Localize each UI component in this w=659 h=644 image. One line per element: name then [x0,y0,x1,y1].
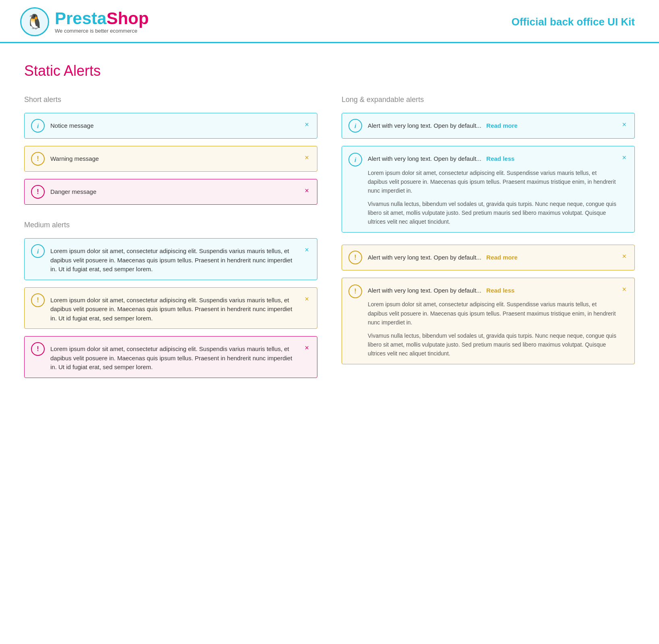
long-warning-expanded-content: Alert with very long text. Open by defau… [368,284,617,358]
long-warning-expanded-alert: ! Alert with very long text. Open by def… [342,278,635,364]
medium-alerts-section: Medium alerts i Lorem ipsum dolor sit am… [24,221,317,378]
medium-info-icon: i [31,244,45,258]
long-info-expanded-body: Lorem ipsum dolor sit amet, consectetur … [368,168,617,226]
long-alerts-heading: Long & expandable alerts [342,96,635,104]
danger-alert: ! Danger message × [24,179,317,205]
notice-icon: i [31,119,45,133]
logo-penguin-icon: 🐧 [26,13,44,30]
long-info-expanded-icon: i [348,153,362,166]
left-column: Short alerts i Notice message × ! Warnin… [24,96,317,385]
header-title: Official back office UI Kit [512,16,635,28]
medium-danger-icon: ! [31,342,45,356]
long-info-expanded-header: Alert with very long text. Open by defau… [368,154,617,164]
long-warning-expanded-header: Alert with very long text. Open by defau… [368,286,617,295]
medium-info-alert: i Lorem ipsum dolor sit amet, consectetu… [24,238,317,280]
main-content: Static Alerts Short alerts i Notice mess… [0,43,659,409]
medium-info-close-button[interactable]: × [300,244,311,256]
medium-warning-text: Lorem ipsum dolor sit amet, consectetur … [50,293,300,323]
long-warning-read-more-link[interactable]: Read more [486,254,518,261]
logo-area: 🐧 PrestaShop We commerce is better ecomm… [20,7,149,36]
medium-warning-close-button[interactable]: × [300,293,311,305]
logo-sub: We commerce is better ecommerce [55,28,149,34]
long-info-expanded-content: Alert with very long text. Open by defau… [368,152,617,226]
medium-danger-alert: ! Lorem ipsum dolor sit amet, consectetu… [24,336,317,378]
long-warning-expanded-p2: Vivamus nulla lectus, bibendum vel sodal… [368,331,617,358]
long-info-read-more-link[interactable]: Read more [486,122,518,129]
long-warning-read-less-link[interactable]: Read less [486,287,514,294]
page-title: Static Alerts [24,62,635,79]
long-warning-expanded-icon: ! [348,285,362,298]
medium-danger-text: Lorem ipsum dolor sit amet, consectetur … [50,342,300,372]
long-warning-expanded-close-button[interactable]: × [617,284,628,295]
long-warning-short-icon: ! [348,251,362,264]
long-info-short-content: Alert with very long text. Open by defau… [368,119,617,131]
long-info-expanded-text: Alert with very long text. Open by defau… [368,155,481,162]
logo-presta: Presta [55,9,106,28]
notice-alert: i Notice message × [24,113,317,139]
long-info-expanded-p2: Vivamus nulla lectus, bibendum vel sodal… [368,199,617,226]
long-warning-expanded-body: Lorem ipsum dolor sit amet, consectetur … [368,300,617,358]
warning-close-button[interactable]: × [300,152,311,164]
long-info-expanded-close-button[interactable]: × [617,152,628,164]
medium-warning-icon: ! [31,293,45,307]
right-column: Long & expandable alerts i Alert with ve… [342,96,635,385]
long-warning-expanded-p1: Lorem ipsum dolor sit amet, consectetur … [368,300,617,327]
header: 🐧 PrestaShop We commerce is better ecomm… [0,0,659,43]
medium-warning-alert: ! Lorem ipsum dolor sit amet, consectetu… [24,287,317,329]
columns-layout: Short alerts i Notice message × ! Warnin… [24,96,635,385]
long-info-expanded-alert: i Alert with very long text. Open by def… [342,146,635,233]
danger-message: Danger message [50,185,300,197]
long-warning-short-alert: ! Alert with very long text. Open by def… [342,245,635,270]
long-info-short-icon: i [348,119,362,133]
long-info-short-alert: i Alert with very long text. Open by def… [342,113,635,139]
long-warning-expanded-text: Alert with very long text. Open by defau… [368,287,481,294]
long-info-read-less-link[interactable]: Read less [486,155,514,162]
warning-message: Warning message [50,152,300,164]
logo-circle: 🐧 [20,7,49,36]
logo-main: PrestaShop [55,10,149,27]
long-info-expanded-p1: Lorem ipsum dolor sit amet, consectetur … [368,168,617,195]
medium-danger-close-button[interactable]: × [300,342,311,354]
danger-close-button[interactable]: × [300,185,311,197]
long-warning-short-content: Alert with very long text. Open by defau… [368,251,617,262]
logo-text: PrestaShop We commerce is better ecommer… [55,10,149,34]
long-info-short-text: Alert with very long text. Open by defau… [368,122,481,129]
danger-icon: ! [31,185,45,199]
notice-message: Notice message [50,119,300,131]
long-warning-short-close-button[interactable]: × [617,251,628,262]
long-info-short-close-button[interactable]: × [617,119,628,131]
medium-info-text: Lorem ipsum dolor sit amet, consectetur … [50,244,300,274]
medium-alerts-heading: Medium alerts [24,221,317,229]
logo-shop: Shop [106,9,149,28]
long-warning-short-text: Alert with very long text. Open by defau… [368,254,481,261]
warning-alert: ! Warning message × [24,146,317,172]
short-alerts-heading: Short alerts [24,96,317,104]
notice-close-button[interactable]: × [300,119,311,131]
warning-icon: ! [31,152,45,166]
